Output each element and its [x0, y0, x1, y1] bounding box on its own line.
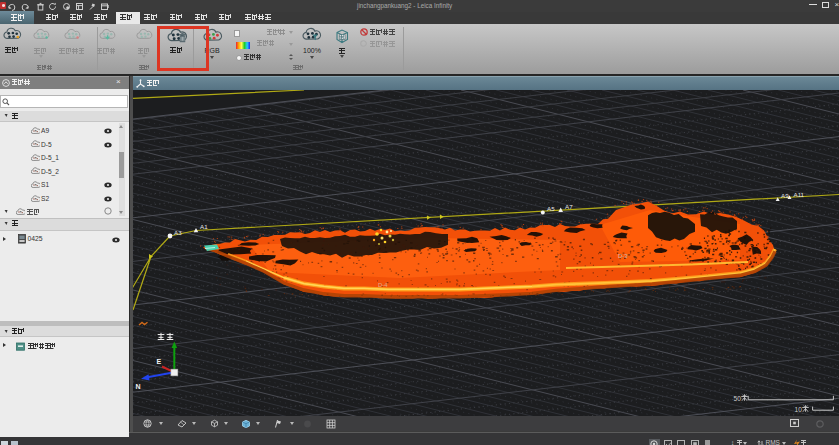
svg-text:D-3: D-3: [618, 253, 628, 259]
svg-text:A1: A1: [200, 223, 208, 230]
svg-text:E: E: [157, 358, 162, 365]
svg-text:50: 50: [734, 395, 742, 402]
svg-text:A5: A5: [547, 205, 555, 212]
svg-text:A11: A11: [794, 191, 805, 198]
svg-text:N: N: [136, 383, 141, 390]
svg-text:A7: A7: [565, 203, 573, 210]
svg-text:D-4: D-4: [378, 282, 388, 288]
svg-text:A3: A3: [174, 229, 182, 236]
svg-text:A9: A9: [781, 192, 789, 199]
svg-text:10: 10: [795, 406, 803, 413]
